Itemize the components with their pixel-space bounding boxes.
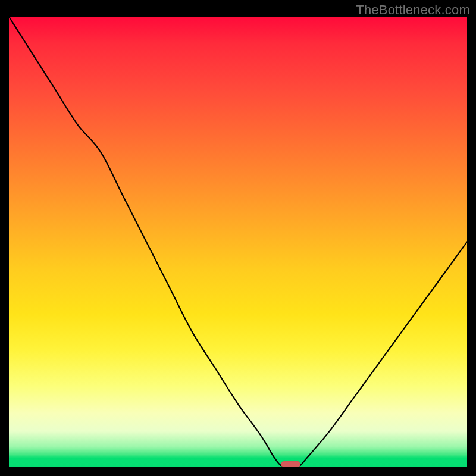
chart-frame: TheBottleneck.com xyxy=(0,0,476,476)
curve-path xyxy=(9,17,467,467)
plot-area xyxy=(9,17,467,467)
watermark-text: TheBottleneck.com xyxy=(356,2,470,18)
bottleneck-curve xyxy=(9,17,467,467)
optimal-marker xyxy=(281,461,300,467)
